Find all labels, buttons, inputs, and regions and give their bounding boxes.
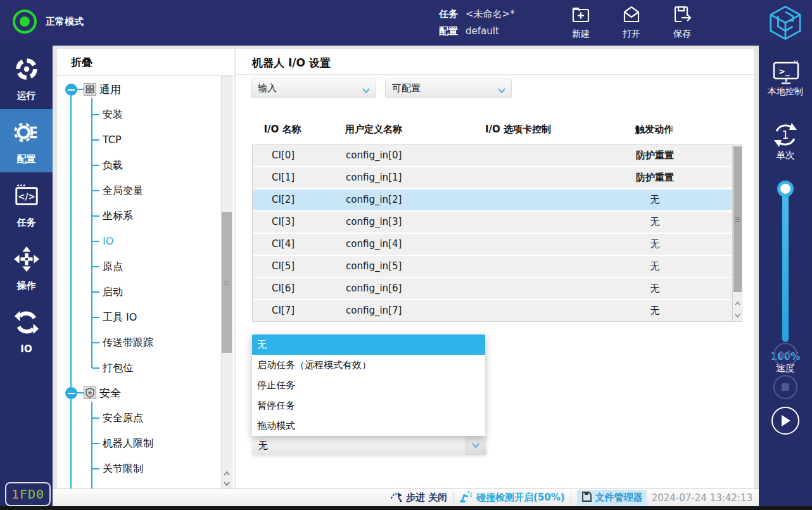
sidebar-item-label: 操作 [17, 280, 36, 292]
io-type-select[interactable]: 可配置 [385, 79, 512, 98]
move-arrows-icon [13, 246, 40, 275]
tree-item[interactable]: 坐标系 [103, 210, 133, 223]
chevron-down-icon [465, 436, 486, 455]
dropdown-option[interactable]: 拖动模式 [252, 416, 485, 436]
tree-connector [92, 418, 99, 419]
tree-connector [92, 291, 99, 293]
io-name-cell: CI[2] [253, 189, 314, 210]
table-row[interactable]: CI[7]config_in[7]无 [253, 300, 732, 321]
table-row[interactable]: CI[1]config_in[1]防护重置 [253, 167, 732, 189]
speed-slider-knob[interactable] [777, 181, 794, 197]
config-value: default [466, 23, 499, 40]
user-name-cell: config_in[4] [346, 234, 402, 255]
tree-collapse-toggle[interactable] [65, 84, 77, 96]
dropdown-option[interactable]: 无 [252, 335, 485, 355]
tree-header[interactable]: 折叠 [57, 49, 234, 76]
config-label: 配置 [439, 23, 458, 40]
open-button-label: 打开 [623, 29, 640, 40]
table-row[interactable]: CI[6]config_in[6]无 [253, 278, 732, 300]
tree-collapse-toggle[interactable] [65, 387, 77, 399]
tree-scroll-down-icon[interactable] [222, 479, 232, 488]
tree-item[interactable]: 工具 IO [103, 311, 137, 324]
io-direction-select[interactable]: 输入 [251, 79, 376, 98]
table-scrollbar-track[interactable] [732, 145, 742, 321]
local-control-icon[interactable]: >_ [771, 60, 801, 87]
user-name-cell: config_in[3] [346, 212, 402, 233]
tab-control-cell [443, 256, 595, 277]
io-table: CI[0]config_in[0]防护重置CI[1]config_in[1]防护… [252, 144, 742, 322]
config-tree-panel: 通用安装TCP负载全局变量坐标系IO原点启动工具 IO传送带跟踪打包位安全安全原… [57, 49, 234, 488]
column-header-tab-control: I/O 选项卡控制 [442, 124, 594, 136]
new-button[interactable]: 新建 [561, 5, 601, 40]
table-row[interactable]: CI[3]config_in[3]无 [253, 212, 732, 234]
play-button[interactable] [771, 407, 799, 435]
sidebar-item-label: 任务 [17, 217, 36, 229]
sidebar-item-io[interactable]: IO [0, 299, 53, 362]
tree-scrollbar-thumb[interactable] [222, 212, 232, 353]
tree-item[interactable]: 原点 [103, 260, 123, 274]
tree-group-0[interactable]: 通用 [99, 82, 121, 97]
tree-item[interactable]: 打包位 [103, 362, 133, 375]
speed-slider-track[interactable] [782, 189, 789, 342]
tree-item[interactable]: IO [103, 235, 113, 247]
file-manager-button[interactable]: 文件管理器 [577, 490, 647, 506]
tree-item[interactable]: 负载 [103, 159, 123, 172]
task-label: 任务 [439, 6, 458, 23]
tree-item[interactable]: 关节限制 [103, 462, 143, 476]
user-name-cell: config_in[1] [346, 167, 402, 188]
sidebar-item-operate[interactable]: 操作 [0, 236, 53, 299]
tree-item[interactable]: 传送带跟踪 [103, 336, 153, 350]
tree-group-1[interactable]: 安全 [99, 386, 121, 400]
table-row[interactable]: CI[4]config_in[4]无 [253, 234, 732, 256]
stop-button[interactable] [773, 375, 797, 399]
register-badge: 1FD0 [5, 482, 51, 506]
sidebar-item-run[interactable]: 运行 [0, 46, 53, 109]
app-root: 正常模式 任务 <未命名>* 配置 default 新建 [0, 0, 812, 510]
tree-item[interactable]: 全局变量 [103, 184, 143, 198]
dropdown-option[interactable]: 启动任务（远程模式有效） [252, 355, 485, 375]
svg-text:>_: >_ [778, 67, 790, 77]
trigger-cell: 防护重置 [595, 167, 715, 188]
table-row[interactable]: CI[5]config_in[5]无 [253, 256, 732, 278]
tree-connector [92, 317, 99, 318]
tree-connector [92, 165, 99, 166]
tree-item[interactable]: 启动 [103, 286, 123, 299]
tree-connector [92, 215, 99, 217]
tree-connector [92, 114, 99, 115]
io-name-cell: CI[3] [253, 212, 314, 233]
trigger-cell: 无 [595, 278, 715, 299]
user-name-cell: config_in[2] [346, 189, 402, 210]
user-name-cell: config_in[7] [346, 300, 402, 321]
sidebar-item-task[interactable]: </> 任务 [0, 172, 53, 236]
tree-scroll-up-icon[interactable] [222, 469, 232, 478]
tree-item[interactable]: 安全原点 [103, 412, 143, 425]
trigger-action-select[interactable]: 无 [252, 436, 486, 455]
tree-item[interactable]: 安装 [103, 108, 123, 122]
io-name-cell: CI[7] [253, 300, 314, 321]
table-scroll-down-icon[interactable] [733, 309, 742, 321]
table-scroll-up-icon[interactable] [733, 297, 742, 309]
table-row[interactable]: CI[2]config_in[2]无 [253, 189, 732, 212]
tree-content: 通用安装TCP负载全局变量坐标系IO原点启动工具 IO传送带跟踪打包位安全安全原… [57, 49, 234, 488]
robot-io-settings-panel: 机器人 I/O 设置 输入 可配置 I/O 名称 用户定义名称 I/O 选项卡控… [236, 49, 754, 488]
single-cycle-icon[interactable]: 1 [771, 120, 800, 152]
left-nav-sidebar: 运行 配置 </> 任务 [0, 46, 53, 510]
svg-text:</>: </> [18, 192, 35, 201]
save-button[interactable]: 保存 [662, 5, 702, 40]
new-button-label: 新建 [572, 29, 590, 40]
tree-item[interactable]: TCP [103, 134, 122, 146]
dropdown-option[interactable]: 暂停任务 [252, 395, 485, 416]
tree-trunk-line [70, 95, 72, 488]
dropdown-option[interactable]: 停止任务 [252, 375, 485, 395]
collision-detection-status[interactable]: 碰撞检测开启(50%) [459, 490, 565, 506]
table-scrollbar-thumb[interactable] [733, 146, 742, 292]
column-header-user-name: 用户定义名称 [345, 124, 402, 136]
table-row[interactable]: CI[0]config_in[0]防护重置 [253, 145, 732, 167]
io-type-value: 可配置 [392, 82, 421, 94]
sidebar-item-config[interactable]: 配置 [0, 109, 53, 172]
skip-next-button[interactable] [773, 343, 797, 367]
open-button[interactable]: 打开 [611, 5, 652, 40]
step-mode-status[interactable]: 步进 关闭 [390, 491, 447, 505]
tab-control-cell [443, 212, 595, 233]
tree-item[interactable]: 机器人限制 [103, 437, 153, 450]
